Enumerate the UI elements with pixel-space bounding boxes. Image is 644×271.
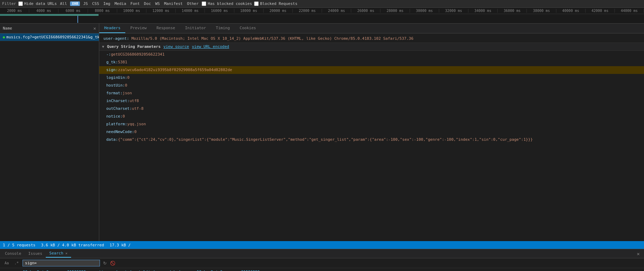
param-key: g_tk: <box>106 59 118 65</box>
has-blocked-cookies-checkbox[interactable] <box>202 1 206 6</box>
query-string-title: Query String Parameters <box>107 44 160 49</box>
has-blocked-cookies-label: Has blocked cookies <box>208 1 252 6</box>
param-value: 5381 <box>118 59 127 65</box>
media-filter-btn[interactable]: Media <box>113 1 127 6</box>
xhr-filter-badge[interactable]: XHR <box>70 1 80 6</box>
view-source-link[interactable]: view source <box>163 44 189 49</box>
param-row: g_tk: 5381 <box>99 58 644 66</box>
css-filter-btn[interactable]: CSS <box>91 1 100 6</box>
console-tab[interactable]: Console <box>1 250 25 257</box>
param-row: notice: 0 <box>99 113 644 120</box>
size-status: 17.3 kB / <box>110 243 131 247</box>
search-input[interactable] <box>23 260 100 266</box>
tab-headers[interactable]: Headers <box>99 24 125 33</box>
params-container: -: getUCGI6686092056622341g_tk: 5381sign… <box>99 51 644 144</box>
timeline-indicator <box>0 14 99 16</box>
issues-tab-label: Issues <box>28 251 42 256</box>
search-bar: Aa .* ↻ 🚫 <box>0 258 644 268</box>
result-file-url: — y.gtimg.cn/music/portal/js/common/pkg/… <box>87 270 260 271</box>
timeline-label: 10000 ms <box>117 9 146 13</box>
hide-data-urls-checkbox[interactable] <box>18 1 23 6</box>
other-filter-btn[interactable]: Other <box>186 1 200 6</box>
headers-content: user-agent: Mozilla/5.0 (Macintosh; Inte… <box>99 33 644 241</box>
search-result-file[interactable]: ▸ common_13abee9.js?max_age=31536000 — y… <box>0 269 644 271</box>
has-blocked-cookies-group: Has blocked cookies <box>202 1 252 6</box>
aa-toggle[interactable]: Aa <box>3 260 11 266</box>
tabs-bar: HeadersPreviewResponseInitiatorTimingCoo… <box>99 24 644 33</box>
timeline-label: 28000 ms <box>380 9 410 13</box>
transferred-status: 3.6 kB / 4.0 kB transferred <box>41 243 104 247</box>
timeline-bar-area <box>0 14 644 24</box>
doc-filter-btn[interactable]: Doc <box>143 1 152 6</box>
search-refresh-btn[interactable]: ↻ <box>102 260 108 266</box>
request-list-item[interactable]: ● musics.fcg?=getUCGI6686092056622341&g_… <box>0 33 99 41</box>
bottom-panel-close-btn[interactable]: ✕ <box>634 251 643 257</box>
hide-data-urls-label: Hide data URLs <box>24 1 57 6</box>
tab-preview[interactable]: Preview <box>125 24 151 33</box>
right-panel: HeadersPreviewResponseInitiatorTimingCoo… <box>99 24 644 241</box>
manifest-filter-btn[interactable]: Manifest <box>163 1 184 6</box>
param-value: getUCGI6686092056622341 <box>111 51 164 58</box>
search-clear-btn[interactable]: 🚫 <box>109 260 116 266</box>
result-file-name: common_13abee9.js?max_age=31536000 <box>7 270 86 271</box>
timeline-label: 36000 ms <box>498 9 527 13</box>
hide-data-urls-group: Hide data URLs <box>18 1 57 6</box>
timeline-label: 24000 ms <box>322 9 351 13</box>
search-tab[interactable]: Search ✕ <box>46 250 71 258</box>
timeline-blue-line <box>77 16 78 23</box>
ws-filter-btn[interactable]: WS <box>154 1 161 6</box>
timeline-label: 2000 ms <box>0 9 29 13</box>
search-input-wrapper <box>23 260 100 266</box>
timeline-label: 32000 ms <box>439 9 468 13</box>
timeline-label: 18000 ms <box>234 9 264 13</box>
param-key: notice: <box>106 113 122 120</box>
param-row: inCharset: utf8 <box>99 97 644 105</box>
js-filter-btn[interactable]: JS <box>82 1 89 6</box>
timeline-label: 6000 ms <box>58 9 88 13</box>
user-agent-row: user-agent: Mozilla/5.0 (Macintosh; Inte… <box>99 35 644 43</box>
tab-initiator[interactable]: Initiator <box>180 24 211 33</box>
user-agent-value: Mozilla/5.0 (Macintosh; Intel Mac OS X 1… <box>131 36 413 41</box>
result-arrow-icon: ▸ <box>3 270 5 271</box>
param-value: {"comm":{"ct":24,"cv":0},"singerList":{"… <box>118 137 533 143</box>
param-value: yqq.json <box>127 121 146 127</box>
tab-cookies[interactable]: Cookies <box>235 24 261 33</box>
param-key: hostUin: <box>106 82 125 89</box>
bottom-panel: Console Issues Search ✕ ✕ Aa .* ↻ 🚫 ▸ co… <box>0 249 644 271</box>
blocked-requests-checkbox[interactable] <box>254 1 259 6</box>
search-tab-label: Search <box>49 251 63 256</box>
status-bar: 1 / 5 requests 3.6 kB / 4.0 kB transferr… <box>0 241 644 249</box>
timeline-label: 42000 ms <box>586 9 615 13</box>
left-panel-close-btn[interactable]: ✕ <box>93 26 96 31</box>
param-value: 0 <box>125 82 127 89</box>
img-filter-btn[interactable]: Img <box>102 1 112 6</box>
all-filter-btn[interactable]: All <box>59 1 68 6</box>
tab-response[interactable]: Response <box>152 24 180 33</box>
param-key: sign: <box>106 67 118 73</box>
filter-label: Filter <box>2 1 16 6</box>
blocked-requests-label: Blocked Requests <box>260 1 297 6</box>
param-row: sign: zzalwcu6ado4182ui9395b8f02929008a5… <box>99 66 644 74</box>
timeline-label: 20000 ms <box>264 9 293 13</box>
request-item-icon: ● <box>3 35 5 39</box>
param-row: format: json <box>99 89 644 97</box>
toolbar: Filter Hide data URLs All XHR JS CSS Img… <box>0 0 644 8</box>
regex-toggle[interactable]: .* <box>13 260 20 266</box>
view-url-encoded-link[interactable]: view URL encoded <box>192 44 229 49</box>
issues-tab[interactable]: Issues <box>25 250 46 257</box>
param-row: loginUin: 0 <box>99 74 644 82</box>
timeline: 2000 ms4000 ms6000 ms8000 ms10000 ms1200… <box>0 8 644 24</box>
left-panel-header: Name ✕ <box>0 24 99 33</box>
font-filter-btn[interactable]: Font <box>130 1 141 6</box>
timeline-labels: 2000 ms4000 ms6000 ms8000 ms10000 ms1200… <box>0 8 644 14</box>
main-area: Name ✕ ● musics.fcg?=getUCGI668609205662… <box>0 24 644 241</box>
timeline-label: 40000 ms <box>556 9 586 13</box>
param-key: loginUin: <box>106 75 127 81</box>
timeline-label: 44000 ms <box>615 9 644 13</box>
left-panel: Name ✕ ● musics.fcg?=getUCGI668609205662… <box>0 24 99 241</box>
param-row: needNewCode: 0 <box>99 128 644 136</box>
tab-timing[interactable]: Timing <box>211 24 235 33</box>
param-value: utf8 <box>130 98 139 104</box>
search-tab-close[interactable]: ✕ <box>65 251 68 255</box>
timeline-label: 30000 ms <box>410 9 439 13</box>
